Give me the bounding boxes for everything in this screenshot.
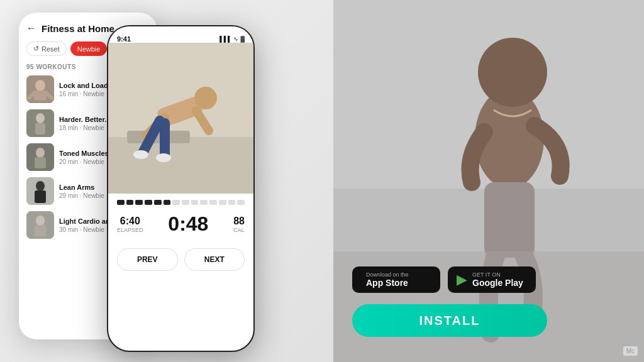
svg-point-18 <box>36 181 45 191</box>
progress-bars <box>117 200 245 205</box>
prev-button[interactable]: PREV <box>117 248 178 271</box>
progress-bar-filled-3 <box>135 200 143 205</box>
progress-bar-empty-3 <box>191 200 199 205</box>
progress-bar-filled-1 <box>117 200 125 205</box>
workout-thumb-1 <box>26 75 54 103</box>
progress-bar-empty-6 <box>219 200 226 205</box>
progress-bar-filled-6 <box>164 200 171 205</box>
timer-value: 0:48 <box>168 212 208 236</box>
stats-row: 6:40 ELAPSED 0:48 88 CAL <box>117 210 245 238</box>
svg-rect-24 <box>108 137 255 194</box>
progress-bar-empty-5 <box>209 200 217 205</box>
progress-bar-empty-2 <box>182 200 189 205</box>
svg-rect-8 <box>34 90 47 101</box>
svg-point-21 <box>36 216 45 226</box>
elapsed-label: ELAPSED <box>117 227 143 233</box>
phone-front: 9:41 ▌▌▌ ∿ ▓ ✕ <box>107 25 255 352</box>
workout-thumb-4 <box>26 177 54 205</box>
app-store-bottom-text: App Store <box>366 278 409 288</box>
app-store-top-text: Download on the <box>366 272 409 278</box>
svg-rect-19 <box>35 190 46 203</box>
install-button[interactable]: INSTALL <box>352 304 547 337</box>
svg-point-32 <box>133 150 148 159</box>
svg-point-33 <box>156 153 171 162</box>
back-arrow-icon[interactable]: ← <box>26 23 36 34</box>
elapsed-value: 6:40 <box>117 216 143 227</box>
reset-icon: ↺ <box>33 45 39 53</box>
workout-thumb-2 <box>26 109 54 137</box>
filter-reset[interactable]: ↺ Reset <box>26 41 67 56</box>
svg-point-7 <box>35 80 45 91</box>
wifi-icon: ∿ <box>233 36 238 42</box>
app-title: Fitness at Home <box>42 23 114 34</box>
app-store-button[interactable]: Download on the App Store <box>352 266 440 293</box>
status-bar: 9:41 ▌▌▌ ∿ ▓ <box>108 31 253 43</box>
progress-bar-empty-8 <box>237 200 245 205</box>
workout-video: ✕ <box>108 43 253 194</box>
cal-stat: 88 CAL <box>233 216 245 233</box>
progress-section: 6:40 ELAPSED 0:48 88 CAL <box>108 194 253 242</box>
progress-bar-empty-7 <box>228 200 236 205</box>
svg-point-12 <box>36 113 45 123</box>
reset-label: Reset <box>42 45 60 53</box>
watermark: Mc <box>623 346 638 356</box>
progress-bar-empty-1 <box>172 200 180 205</box>
next-button[interactable]: NEXT <box>184 248 245 271</box>
svg-rect-22 <box>35 225 46 236</box>
svg-point-15 <box>36 148 45 158</box>
left-panel: ← Fitness at Home ↺ Reset Newbie Med 95 … <box>0 0 333 362</box>
google-play-icon: ▶ <box>457 272 467 288</box>
newbie-label: Newbie <box>77 45 101 53</box>
progress-bar-empty-4 <box>200 200 208 205</box>
svg-rect-16 <box>35 157 46 168</box>
exercise-figure <box>108 43 255 194</box>
right-panel: Download on the App Store ▶ GET IT ON Go… <box>333 0 644 362</box>
progress-bar-filled-4 <box>145 200 152 205</box>
cal-value: 88 <box>233 216 245 227</box>
google-play-button[interactable]: ▶ GET IT ON Google Play <box>448 266 536 293</box>
signal-icon: ▌▌▌ <box>219 36 231 42</box>
svg-point-27 <box>194 87 217 109</box>
google-play-top-text: GET IT ON <box>472 272 523 278</box>
svg-rect-13 <box>35 123 45 134</box>
filter-newbie[interactable]: Newbie <box>70 41 108 56</box>
progress-bar-filled-5 <box>154 200 162 205</box>
battery-icon: ▓ <box>240 36 245 42</box>
google-play-bottom-text: Google Play <box>472 278 523 288</box>
workout-thumb-5 <box>26 211 54 239</box>
timer-stat: 0:48 <box>168 212 208 236</box>
workout-thumb-3 <box>26 143 54 171</box>
install-label: INSTALL <box>419 314 480 328</box>
status-time: 9:41 <box>117 35 131 43</box>
workout-player-screen: 9:41 ▌▌▌ ∿ ▓ ✕ <box>108 26 253 351</box>
store-buttons-group: Download on the App Store ▶ GET IT ON Go… <box>352 266 536 293</box>
cal-label: CAL <box>233 227 245 233</box>
status-icons: ▌▌▌ ∿ ▓ <box>219 36 245 42</box>
elapsed-stat: 6:40 ELAPSED <box>117 216 143 233</box>
nav-buttons: PREV NEXT <box>108 242 253 277</box>
progress-bar-filled-2 <box>126 200 134 205</box>
